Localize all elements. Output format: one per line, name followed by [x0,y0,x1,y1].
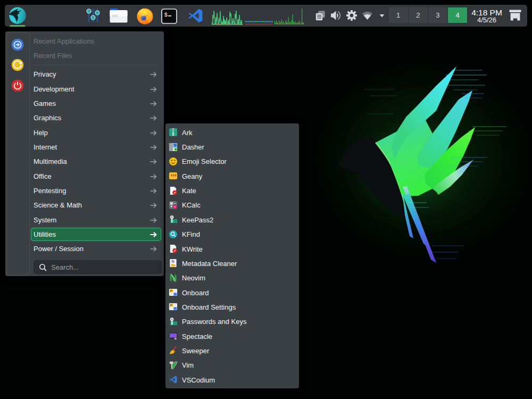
svg-text:$: $ [164,11,168,18]
